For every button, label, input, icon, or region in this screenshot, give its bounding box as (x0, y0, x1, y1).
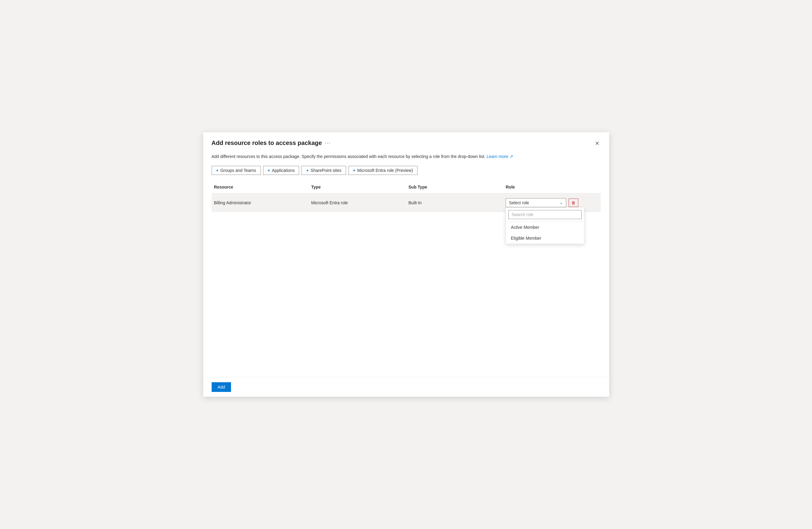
cell-sub-type: Built-In (406, 198, 503, 208)
dropdown-item-eligible-member[interactable]: Eligible Member (506, 233, 584, 244)
cell-type: Microsoft Entra role (309, 198, 406, 208)
dialog-title-row: Add resource roles to access package ··· (212, 139, 331, 146)
plus-icon: + (216, 168, 219, 173)
select-role-dropdown[interactable]: Select role ⌄ (506, 198, 566, 207)
plus-icon: + (306, 168, 308, 173)
applications-button[interactable]: + Applications (263, 166, 300, 175)
dialog-header: Add resource roles to access package ···… (203, 132, 609, 147)
delete-row-button[interactable]: 🗑 (569, 199, 578, 207)
chevron-down-icon: ⌄ (560, 201, 563, 205)
header-resource: Resource (212, 183, 309, 191)
search-role-input[interactable] (508, 210, 582, 219)
learn-more-link[interactable]: Learn more ↗ (487, 154, 513, 159)
table-header: Resource Type Sub Type Role (212, 181, 601, 193)
select-role-label: Select role (509, 200, 529, 205)
dropdown-item-active-member[interactable]: Active Member (506, 222, 584, 233)
role-dropdown-menu: Active Member Eligible Member (506, 207, 584, 244)
header-role: Role (503, 183, 600, 191)
header-type: Type (309, 183, 406, 191)
plus-icon: + (267, 168, 270, 173)
resource-button-group: + Groups and Teams + Applications + Shar… (212, 166, 601, 175)
dialog: Add resource roles to access package ···… (203, 132, 609, 397)
trash-icon: 🗑 (571, 200, 576, 205)
more-options-icon[interactable]: ··· (325, 140, 330, 146)
cell-role: Select role ⌄ Active Member Eligible Mem… (503, 196, 600, 210)
dropdown-search-container (506, 208, 584, 222)
microsoft-entra-role-button[interactable]: + Microsoft Entra role (Preview) (348, 166, 418, 175)
dialog-footer: Add (203, 377, 609, 397)
plus-icon: + (353, 168, 356, 173)
applications-label: Applications (272, 168, 295, 173)
add-button[interactable]: Add (212, 382, 231, 392)
header-sub-type: Sub Type (406, 183, 503, 191)
dialog-body: Add different resources to this access p… (203, 147, 609, 377)
sharepoint-sites-label: SharePoint sites (310, 168, 342, 173)
external-link-icon: ↗ (509, 154, 513, 159)
microsoft-entra-role-label: Microsoft Entra role (Preview) (357, 168, 413, 173)
resource-table: Resource Type Sub Type Role Billing Admi… (212, 181, 601, 212)
groups-and-teams-label: Groups and Teams (220, 168, 256, 173)
dialog-title: Add resource roles to access package (212, 139, 322, 146)
sharepoint-sites-button[interactable]: + SharePoint sites (302, 166, 346, 175)
close-icon: ✕ (595, 141, 599, 146)
cell-resource: Billing Administrator (212, 198, 309, 208)
description-text: Add different resources to this access p… (212, 153, 601, 160)
table-row: Billing Administrator Microsoft Entra ro… (212, 193, 601, 212)
groups-and-teams-button[interactable]: + Groups and Teams (212, 166, 261, 175)
close-button[interactable]: ✕ (594, 139, 601, 147)
